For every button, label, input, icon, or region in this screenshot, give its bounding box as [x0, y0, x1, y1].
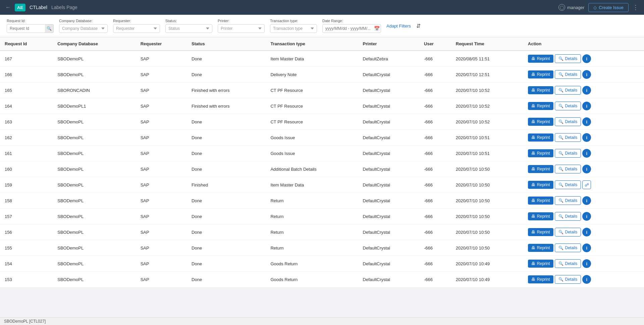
- info-button[interactable]: i: [582, 165, 591, 173]
- reprint-button[interactable]: 🖶 Reprint: [528, 102, 553, 110]
- print-icon: 🖶: [531, 214, 535, 219]
- details-button[interactable]: 🔍 Details: [555, 228, 581, 236]
- info-button[interactable]: ☍: [582, 180, 591, 189]
- calendar-icon-button[interactable]: 📅: [374, 26, 380, 31]
- sort-icon[interactable]: ⇵: [416, 23, 421, 29]
- date-range-label: Date Range:: [322, 19, 381, 23]
- reprint-button[interactable]: 🖶 Reprint: [528, 133, 553, 142]
- details-button[interactable]: 🔍 Details: [555, 86, 581, 95]
- details-button[interactable]: 🔍 Details: [555, 275, 581, 284]
- request-id-search-button[interactable]: 🔍: [45, 24, 54, 33]
- details-button[interactable]: 🔍 Details: [555, 133, 581, 142]
- table-cell: 159: [0, 177, 53, 193]
- reprint-button[interactable]: 🖶 Reprint: [528, 197, 553, 205]
- details-button[interactable]: 🔍 Details: [555, 212, 581, 221]
- table-cell: DefaultCrystal: [358, 114, 419, 130]
- table-cell: -666: [419, 193, 451, 209]
- date-range-input[interactable]: [322, 24, 381, 33]
- reprint-button[interactable]: 🖶 Reprint: [528, 55, 553, 63]
- details-button[interactable]: 🔍 Details: [555, 180, 581, 189]
- print-icon: 🖶: [531, 246, 535, 250]
- company-db-label: Company Database:: [59, 19, 108, 23]
- info-button[interactable]: i: [582, 275, 591, 284]
- table-cell: 2020/07/10 10:50: [451, 240, 523, 256]
- table-row: 154SBODemoPLSAPDoneGoods ReturnDefaultCr…: [0, 256, 644, 272]
- company-db-select[interactable]: Company Database: [59, 24, 108, 33]
- table-cell: -666: [419, 51, 451, 67]
- table-cell: 155: [0, 240, 53, 256]
- table-cell: SAP: [136, 161, 187, 177]
- table-cell: SAP: [136, 67, 187, 83]
- action-cell: 🖶 Reprint 🔍 Details i: [523, 51, 644, 67]
- table-cell: Item Master Data: [266, 51, 358, 67]
- reprint-button[interactable]: 🖶 Reprint: [528, 228, 553, 236]
- action-cell: 🖶 Reprint 🔍 Details i: [523, 256, 644, 272]
- reprint-button[interactable]: 🖶 Reprint: [528, 244, 553, 252]
- action-cell: 🖶 Reprint 🔍 Details i: [523, 193, 644, 209]
- info-button[interactable]: i: [582, 259, 591, 268]
- table-cell: 161: [0, 146, 53, 161]
- reprint-button[interactable]: 🖶 Reprint: [528, 70, 553, 78]
- info-button[interactable]: i: [582, 54, 591, 63]
- adapt-filters-button[interactable]: Adapt Filters: [386, 23, 411, 29]
- info-button[interactable]: i: [582, 212, 591, 221]
- search-icon: 🔍: [558, 277, 564, 282]
- col-status: Status: [187, 37, 266, 51]
- details-button[interactable]: 🔍 Details: [555, 165, 581, 173]
- details-button[interactable]: 🔍 Details: [555, 243, 581, 252]
- details-button[interactable]: 🔍 Details: [555, 196, 581, 205]
- reprint-button[interactable]: 🖶 Reprint: [528, 260, 553, 268]
- info-button[interactable]: i: [582, 228, 591, 236]
- details-button[interactable]: 🔍 Details: [555, 259, 581, 268]
- reprint-button[interactable]: 🖶 Reprint: [528, 149, 553, 157]
- status-label: Status:: [165, 19, 212, 23]
- info-button[interactable]: i: [582, 117, 591, 126]
- table-cell: DefaultCrystal: [358, 83, 419, 98]
- info-button[interactable]: i: [582, 149, 591, 158]
- table-cell: DefaultCrystal: [358, 224, 419, 240]
- search-icon: 🔍: [558, 104, 564, 108]
- reprint-button[interactable]: 🖶 Reprint: [528, 212, 553, 220]
- reprint-button[interactable]: 🖶 Reprint: [528, 181, 553, 189]
- info-button[interactable]: i: [582, 196, 591, 205]
- details-button[interactable]: 🔍 Details: [555, 102, 581, 110]
- requester-select[interactable]: Requester: [113, 24, 160, 33]
- details-button[interactable]: 🔍 Details: [555, 149, 581, 158]
- info-button[interactable]: i: [582, 70, 591, 79]
- table-cell: SBODemoPL: [53, 256, 136, 272]
- info-button[interactable]: i: [582, 243, 591, 252]
- table-cell: Return: [266, 193, 358, 209]
- details-button[interactable]: 🔍 Details: [555, 70, 581, 79]
- status-select[interactable]: Status: [165, 24, 212, 33]
- reprint-button[interactable]: 🖶 Reprint: [528, 275, 553, 283]
- transaction-type-select[interactable]: Transaction type: [270, 24, 317, 33]
- info-button[interactable]: i: [582, 86, 591, 95]
- printer-select[interactable]: Printer: [218, 24, 265, 33]
- details-button[interactable]: 🔍 Details: [555, 54, 581, 63]
- table-cell: DefaultCrystal: [358, 272, 419, 287]
- search-icon: 🔍: [558, 88, 564, 93]
- table-cell: -666: [419, 98, 451, 114]
- table-cell: Done: [187, 193, 266, 209]
- reprint-button[interactable]: 🖶 Reprint: [528, 86, 553, 94]
- create-issue-button[interactable]: Create Issue: [588, 3, 629, 12]
- reprint-button[interactable]: 🖶 Reprint: [528, 118, 553, 126]
- back-button[interactable]: ←: [5, 4, 11, 10]
- action-cell: 🖶 Reprint 🔍 Details i: [523, 161, 644, 177]
- table-cell: Done: [187, 51, 266, 67]
- table-cell: CT PF Resource: [266, 114, 358, 130]
- reprint-button[interactable]: 🖶 Reprint: [528, 165, 553, 173]
- table-cell: SBODemoPL: [53, 177, 136, 193]
- table-cell: DefaultCrystal: [358, 146, 419, 161]
- search-icon: 🔍: [558, 214, 564, 219]
- col-request-time: Request Time: [451, 37, 523, 51]
- details-button[interactable]: 🔍 Details: [555, 117, 581, 126]
- info-button[interactable]: i: [582, 102, 591, 110]
- printer-label: Printer:: [218, 19, 265, 23]
- table-cell: -666: [419, 130, 451, 146]
- action-cell: 🖶 Reprint 🔍 Details i: [523, 146, 644, 161]
- table-cell: DefaultCrystal: [358, 98, 419, 114]
- grid-icon[interactable]: ⋮: [633, 4, 639, 11]
- table-cell: -666: [419, 256, 451, 272]
- info-button[interactable]: i: [582, 133, 591, 142]
